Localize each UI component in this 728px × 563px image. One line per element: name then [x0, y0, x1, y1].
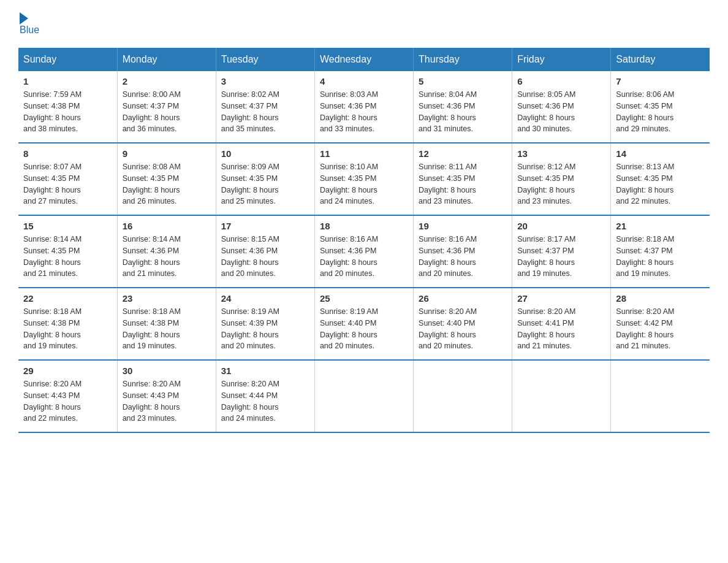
day-cell: 6Sunrise: 8:05 AMSunset: 4:36 PMDaylight…: [512, 71, 611, 143]
day-info: Sunrise: 8:20 AMSunset: 4:43 PMDaylight:…: [23, 378, 112, 424]
header-tuesday: Tuesday: [216, 48, 314, 71]
day-number: 20: [517, 221, 605, 231]
day-number: 2: [123, 76, 211, 86]
day-cell: 28Sunrise: 8:20 AMSunset: 4:42 PMDayligh…: [611, 288, 710, 360]
day-number: 14: [616, 148, 705, 159]
day-cell: 9Sunrise: 8:08 AMSunset: 4:35 PMDaylight…: [117, 143, 216, 215]
day-number: 29: [23, 366, 112, 376]
day-cell: 19Sunrise: 8:16 AMSunset: 4:36 PMDayligh…: [414, 215, 512, 288]
header-monday: Monday: [117, 48, 216, 71]
day-info: Sunrise: 7:59 AMSunset: 4:38 PMDaylight:…: [23, 89, 112, 135]
day-info: Sunrise: 8:19 AMSunset: 4:40 PMDaylight:…: [320, 306, 408, 352]
day-number: 5: [419, 76, 507, 86]
day-cell: 23Sunrise: 8:18 AMSunset: 4:38 PMDayligh…: [117, 288, 216, 360]
day-number: 1: [23, 76, 112, 86]
day-number: 11: [320, 148, 408, 159]
day-number: 3: [221, 76, 309, 86]
day-cell: 17Sunrise: 8:15 AMSunset: 4:36 PMDayligh…: [216, 215, 314, 288]
day-number: 25: [320, 293, 408, 304]
day-number: 10: [221, 148, 309, 159]
logo-arrow-icon: [20, 12, 28, 25]
day-cell: 1Sunrise: 7:59 AMSunset: 4:38 PMDaylight…: [18, 71, 117, 143]
header-wednesday: Wednesday: [314, 48, 413, 71]
day-number: 19: [419, 221, 507, 231]
day-info: Sunrise: 8:06 AMSunset: 4:35 PMDaylight:…: [616, 89, 705, 135]
day-info: Sunrise: 8:14 AMSunset: 4:36 PMDaylight:…: [123, 234, 211, 280]
day-cell: 14Sunrise: 8:13 AMSunset: 4:35 PMDayligh…: [611, 143, 710, 215]
header-sunday: Sunday: [18, 48, 117, 71]
day-info: Sunrise: 8:02 AMSunset: 4:37 PMDaylight:…: [221, 89, 309, 135]
day-info: Sunrise: 8:18 AMSunset: 4:38 PMDaylight:…: [123, 306, 211, 352]
day-info: Sunrise: 8:20 AMSunset: 4:41 PMDaylight:…: [517, 306, 605, 352]
logo-subtitle: Blue: [20, 25, 39, 36]
day-cell: 10Sunrise: 8:09 AMSunset: 4:35 PMDayligh…: [216, 143, 314, 215]
day-number: 18: [320, 221, 408, 231]
day-number: 17: [221, 221, 309, 231]
day-number: 4: [320, 76, 408, 86]
day-cell: 16Sunrise: 8:14 AMSunset: 4:36 PMDayligh…: [117, 215, 216, 288]
day-cell: [314, 360, 413, 432]
day-info: Sunrise: 8:20 AMSunset: 4:40 PMDaylight:…: [419, 306, 507, 352]
day-cell: 13Sunrise: 8:12 AMSunset: 4:35 PMDayligh…: [512, 143, 611, 215]
day-cell: 11Sunrise: 8:10 AMSunset: 4:35 PMDayligh…: [314, 143, 413, 215]
day-cell: 7Sunrise: 8:06 AMSunset: 4:35 PMDaylight…: [611, 71, 710, 143]
day-info: Sunrise: 8:18 AMSunset: 4:37 PMDaylight:…: [616, 234, 705, 280]
day-cell: [611, 360, 710, 432]
day-info: Sunrise: 8:04 AMSunset: 4:36 PMDaylight:…: [419, 89, 507, 135]
day-number: 28: [616, 293, 705, 304]
week-row-4: 22Sunrise: 8:18 AMSunset: 4:38 PMDayligh…: [18, 288, 710, 360]
day-cell: 26Sunrise: 8:20 AMSunset: 4:40 PMDayligh…: [414, 288, 512, 360]
day-cell: 29Sunrise: 8:20 AMSunset: 4:43 PMDayligh…: [18, 360, 117, 432]
day-info: Sunrise: 8:16 AMSunset: 4:36 PMDaylight:…: [419, 234, 507, 280]
day-number: 15: [23, 221, 112, 231]
day-number: 8: [23, 148, 112, 159]
day-number: 24: [221, 293, 309, 304]
day-cell: 20Sunrise: 8:17 AMSunset: 4:37 PMDayligh…: [512, 215, 611, 288]
day-info: Sunrise: 8:07 AMSunset: 4:35 PMDaylight:…: [23, 161, 112, 207]
day-cell: 27Sunrise: 8:20 AMSunset: 4:41 PMDayligh…: [512, 288, 611, 360]
day-number: 30: [123, 366, 211, 376]
day-cell: [414, 360, 512, 432]
header-saturday: Saturday: [611, 48, 710, 71]
day-cell: 8Sunrise: 8:07 AMSunset: 4:35 PMDaylight…: [18, 143, 117, 215]
day-cell: 30Sunrise: 8:20 AMSunset: 4:43 PMDayligh…: [117, 360, 216, 432]
day-info: Sunrise: 8:16 AMSunset: 4:36 PMDaylight:…: [320, 234, 408, 280]
day-info: Sunrise: 8:19 AMSunset: 4:39 PMDaylight:…: [221, 306, 309, 352]
day-number: 13: [517, 148, 605, 159]
day-cell: 5Sunrise: 8:04 AMSunset: 4:36 PMDaylight…: [414, 71, 512, 143]
calendar-table: SundayMondayTuesdayWednesdayThursdayFrid…: [18, 48, 710, 433]
header-friday: Friday: [512, 48, 611, 71]
day-info: Sunrise: 8:03 AMSunset: 4:36 PMDaylight:…: [320, 89, 408, 135]
page-header: Blue: [18, 12, 710, 36]
day-info: Sunrise: 8:00 AMSunset: 4:37 PMDaylight:…: [123, 89, 211, 135]
day-cell: 4Sunrise: 8:03 AMSunset: 4:36 PMDaylight…: [314, 71, 413, 143]
day-info: Sunrise: 8:10 AMSunset: 4:35 PMDaylight:…: [320, 161, 408, 207]
day-info: Sunrise: 8:05 AMSunset: 4:36 PMDaylight:…: [517, 89, 605, 135]
day-number: 23: [123, 293, 211, 304]
day-cell: 25Sunrise: 8:19 AMSunset: 4:40 PMDayligh…: [314, 288, 413, 360]
day-info: Sunrise: 8:20 AMSunset: 4:43 PMDaylight:…: [123, 378, 211, 424]
day-number: 21: [616, 221, 705, 231]
day-info: Sunrise: 8:11 AMSunset: 4:35 PMDaylight:…: [419, 161, 507, 207]
week-row-3: 15Sunrise: 8:14 AMSunset: 4:35 PMDayligh…: [18, 215, 710, 288]
week-row-2: 8Sunrise: 8:07 AMSunset: 4:35 PMDaylight…: [18, 143, 710, 215]
day-info: Sunrise: 8:14 AMSunset: 4:35 PMDaylight:…: [23, 234, 112, 280]
week-row-5: 29Sunrise: 8:20 AMSunset: 4:43 PMDayligh…: [18, 360, 710, 432]
day-number: 27: [517, 293, 605, 304]
day-info: Sunrise: 8:18 AMSunset: 4:38 PMDaylight:…: [23, 306, 112, 352]
day-number: 9: [123, 148, 211, 159]
day-cell: 22Sunrise: 8:18 AMSunset: 4:38 PMDayligh…: [18, 288, 117, 360]
day-cell: 2Sunrise: 8:00 AMSunset: 4:37 PMDaylight…: [117, 71, 216, 143]
day-cell: 24Sunrise: 8:19 AMSunset: 4:39 PMDayligh…: [216, 288, 314, 360]
day-cell: 3Sunrise: 8:02 AMSunset: 4:37 PMDaylight…: [216, 71, 314, 143]
week-row-1: 1Sunrise: 7:59 AMSunset: 4:38 PMDaylight…: [18, 71, 710, 143]
day-info: Sunrise: 8:09 AMSunset: 4:35 PMDaylight:…: [221, 161, 309, 207]
day-info: Sunrise: 8:13 AMSunset: 4:35 PMDaylight:…: [616, 161, 705, 207]
day-number: 6: [517, 76, 605, 86]
day-cell: 15Sunrise: 8:14 AMSunset: 4:35 PMDayligh…: [18, 215, 117, 288]
day-info: Sunrise: 8:20 AMSunset: 4:44 PMDaylight:…: [221, 378, 309, 424]
day-info: Sunrise: 8:15 AMSunset: 4:36 PMDaylight:…: [221, 234, 309, 280]
day-number: 7: [616, 76, 705, 86]
day-cell: 18Sunrise: 8:16 AMSunset: 4:36 PMDayligh…: [314, 215, 413, 288]
logo: Blue: [18, 12, 39, 36]
